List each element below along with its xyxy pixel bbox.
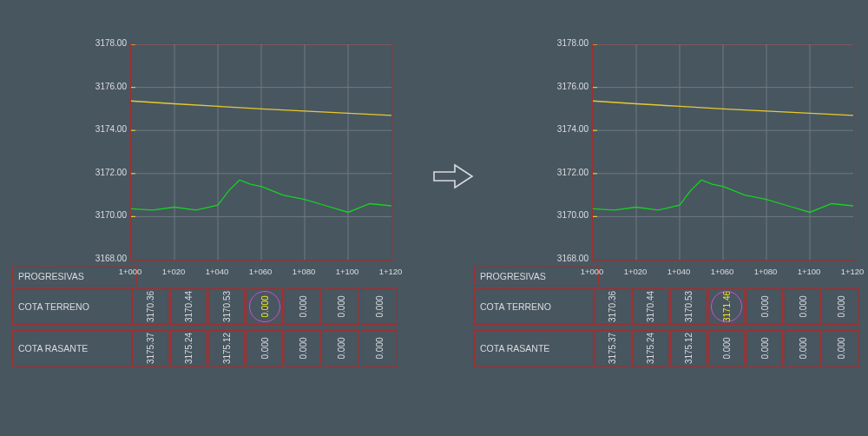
cell-rasante-0: 3175.37 <box>594 330 630 367</box>
cell-value: 3170.53 <box>222 291 232 322</box>
cell-terreno-6: 0.000 <box>361 288 398 325</box>
cell-value: 0.000 <box>299 337 308 359</box>
cell-rasante-6: 0.000 <box>823 330 859 367</box>
y-axis-label: 3178.00 <box>75 38 127 48</box>
cell-terreno-3: 0.000 <box>247 288 283 325</box>
cell-value: 3175.37 <box>146 333 155 364</box>
x-axis-label: 1+060 <box>704 267 740 276</box>
terreno-header: COTA TERRENO <box>12 288 132 325</box>
cell-rasante-6: 0.000 <box>361 330 398 367</box>
x-axis-label: 1+080 <box>286 267 322 276</box>
cell-value: 0.000 <box>760 295 770 317</box>
x-axis-label: 1+100 <box>329 267 365 276</box>
y-axis-label: 3178.00 <box>536 38 589 48</box>
cell-value: 3171.46 <box>722 291 732 322</box>
cell-value: 0.000 <box>760 337 770 359</box>
cell-rasante-1: 3175.24 <box>170 330 207 367</box>
cell-rasante-1: 3175.24 <box>632 330 668 367</box>
cell-terreno-3: 3171.46 <box>708 288 745 325</box>
cell-value: 0.000 <box>260 337 270 359</box>
cell-terreno-2: 3170.53 <box>670 288 707 325</box>
cell-terreno-5: 0.000 <box>323 288 359 325</box>
y-axis-label: 3176.00 <box>75 82 127 91</box>
row-rasante: COTA RASANTE3175.373175.243175.120.0000.… <box>474 330 859 372</box>
cell-value: 0.000 <box>375 337 385 359</box>
cell-terreno-0: 3170.36 <box>594 288 630 325</box>
cell-value: 0.000 <box>837 295 846 317</box>
y-axis-label: 3170.00 <box>75 210 127 220</box>
stage: 3178.003176.003174.003172.003170.003168.… <box>0 0 868 436</box>
cell-terreno-2: 3170.53 <box>208 288 245 325</box>
cell-rasante-5: 0.000 <box>323 330 359 367</box>
x-axis-row: PROGRESIVAS1+0001+0201+0401+0601+0801+10… <box>9 263 399 286</box>
cell-rasante-2: 3175.12 <box>208 330 245 367</box>
cell-value: 0.000 <box>375 295 385 317</box>
x-axis-label: 1+040 <box>661 267 697 276</box>
cell-rasante-3: 0.000 <box>247 330 283 367</box>
cell-terreno-4: 0.000 <box>746 288 783 325</box>
rasante-header: COTA RASANTE <box>12 330 132 367</box>
cell-rasante-5: 0.000 <box>785 330 821 367</box>
cell-value: 3175.12 <box>222 333 232 364</box>
y-axis-label: 3168.00 <box>75 254 127 263</box>
cell-value: 3170.36 <box>608 291 617 322</box>
row-rasante: COTA RASANTE3175.373175.243175.120.0000.… <box>12 330 398 372</box>
cell-rasante-4: 0.000 <box>285 330 321 367</box>
cell-rasante-0: 3175.37 <box>132 330 168 367</box>
cell-rasante-3: 0.000 <box>708 330 745 367</box>
y-axis-label: 3174.00 <box>536 124 589 134</box>
cell-terreno-6: 0.000 <box>823 288 859 325</box>
cell-rasante-4: 0.000 <box>746 330 783 367</box>
x-axis-label: 1+080 <box>747 267 784 276</box>
y-axis-label: 3174.00 <box>75 124 127 134</box>
row-terreno: COTA TERRENO3170.363170.443170.533171.46… <box>474 288 859 330</box>
x-axis-label: 1+040 <box>199 267 235 276</box>
x-axis-label: 1+020 <box>155 267 192 276</box>
cell-value: 3175.24 <box>184 333 194 364</box>
cell-value: 3175.12 <box>684 333 694 364</box>
arrow-icon <box>432 162 476 191</box>
x-axis-row: PROGRESIVAS1+0001+0201+0401+0601+0801+10… <box>470 263 861 286</box>
chart-box <box>592 43 854 261</box>
cell-terreno-1: 3170.44 <box>632 288 668 325</box>
x-axis-label: 1+120 <box>834 267 868 276</box>
cell-value: 0.000 <box>722 337 732 359</box>
x-axis-label: 1+000 <box>574 267 610 276</box>
cell-value: 0.000 <box>337 295 346 317</box>
cell-value: 0.000 <box>799 337 808 359</box>
row-terreno: COTA TERRENO3170.363170.443170.530.0000.… <box>12 288 398 330</box>
y-axis-label: 3176.00 <box>536 82 589 91</box>
x-axis-label: 1+120 <box>372 267 409 276</box>
cell-value: 0.000 <box>260 295 270 317</box>
cell-value: 0.000 <box>337 337 346 359</box>
x-axis-label: 1+020 <box>617 267 654 276</box>
cell-value: 3175.37 <box>608 333 617 364</box>
cell-value: 0.000 <box>799 295 808 317</box>
cell-terreno-4: 0.000 <box>285 288 321 325</box>
cell-value: 0.000 <box>837 337 846 359</box>
cell-value: 3170.53 <box>684 291 694 322</box>
x-axis-label: 1+000 <box>112 267 148 276</box>
terreno-header: COTA TERRENO <box>474 288 594 325</box>
cell-value: 3170.44 <box>646 291 655 322</box>
y-axis-label: 3172.00 <box>536 168 589 177</box>
cell-terreno-5: 0.000 <box>785 288 821 325</box>
cell-terreno-1: 3170.44 <box>170 288 207 325</box>
x-axis-label: 1+060 <box>242 267 279 276</box>
rasante-header: COTA RASANTE <box>474 330 594 367</box>
x-axis-label: 1+100 <box>791 267 827 276</box>
chart-box <box>130 43 392 261</box>
cell-value: 3170.36 <box>146 291 155 322</box>
cell-value: 3175.24 <box>646 333 655 364</box>
cell-value: 3170.44 <box>184 291 194 322</box>
cell-rasante-2: 3175.12 <box>670 330 707 367</box>
cell-terreno-0: 3170.36 <box>132 288 168 325</box>
y-axis-label: 3168.00 <box>536 254 589 263</box>
cell-value: 0.000 <box>299 295 308 317</box>
y-axis-label: 3170.00 <box>536 210 589 220</box>
y-axis-label: 3172.00 <box>75 168 127 177</box>
